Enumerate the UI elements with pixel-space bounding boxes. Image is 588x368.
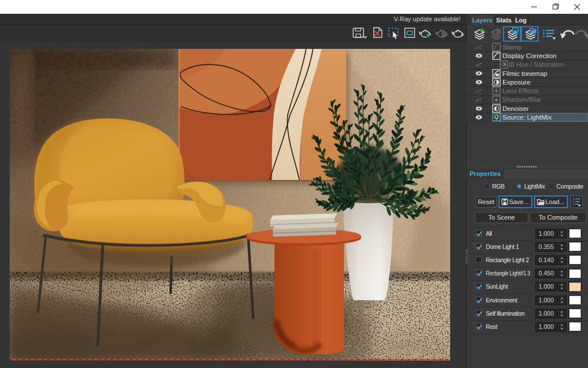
svg-text:Sharpen/Blur: Sharpen/Blur: [502, 96, 541, 103]
svg-text:Source: LightMix: Source: LightMix: [502, 114, 552, 121]
svg-text:Filmic tonemap: Filmic tonemap: [502, 70, 547, 77]
svg-text:Lens Effects: Lens Effects: [502, 87, 539, 94]
svg-text:Exposure: Exposure: [502, 79, 531, 86]
svg-text:Hue / Saturation: Hue / Saturation: [516, 61, 564, 68]
svg-text:Display Correction: Display Correction: [502, 52, 556, 59]
svg-text:Denoiser: Denoiser: [502, 105, 529, 112]
svg-text:Stamp: Stamp: [502, 44, 521, 51]
